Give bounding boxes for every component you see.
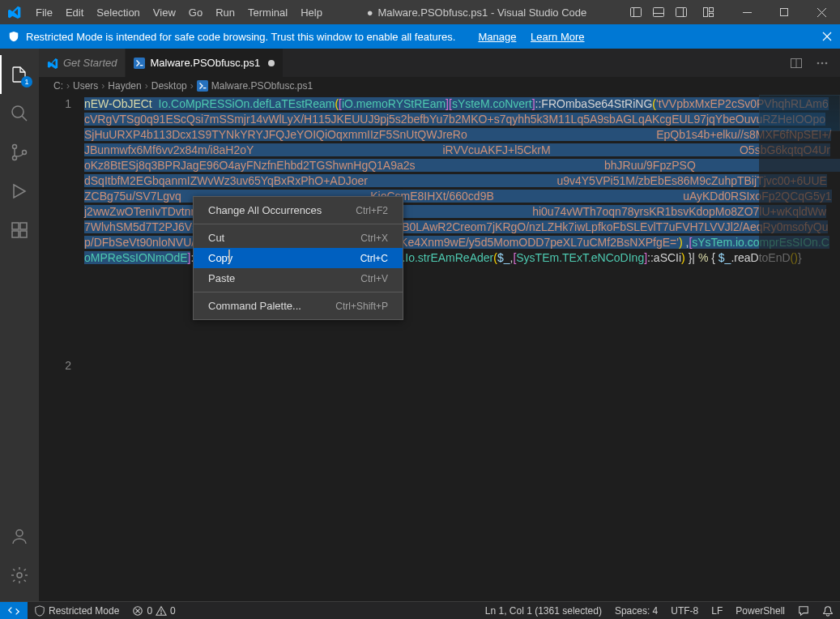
- explorer-badge: 1: [21, 76, 32, 88]
- status-label: Restricted Mode: [49, 605, 119, 617]
- menu-cut[interactable]: Cut Ctrl+X: [194, 228, 403, 248]
- menu-terminal[interactable]: Terminal: [241, 0, 294, 24]
- tab-malware-file[interactable]: Malware.PSObfusc.ps1: [126, 49, 284, 77]
- status-eol[interactable]: LF: [705, 602, 729, 619]
- toggle-panel-left-icon[interactable]: [625, 1, 647, 23]
- menu-item-label: Change All Occurrences: [208, 204, 322, 216]
- menu-change-all-occurrences[interactable]: Change All Occurrences Ctrl+F2: [194, 200, 403, 220]
- status-feedback[interactable]: [791, 602, 816, 619]
- menu-item-shortcut: Ctrl+Shift+P: [335, 301, 388, 312]
- activity-extensions[interactable]: [0, 211, 39, 250]
- modified-indicator-icon: [268, 60, 275, 66]
- warning-count: 0: [170, 605, 176, 617]
- svg-point-30: [821, 62, 824, 64]
- breadcrumb-part[interactable]: Malware.PSObfusc.ps1: [211, 80, 313, 92]
- menu-bar: File Edit Selection View Go Run Terminal…: [29, 0, 329, 24]
- menu-help[interactable]: Help: [294, 0, 329, 24]
- error-count: 0: [147, 605, 152, 617]
- breadcrumb[interactable]: C:› Users› Hayden› Desktop› Malware.PSOb…: [39, 77, 840, 95]
- tab-bar: Get Started Malware.PSObfusc.ps1: [39, 49, 840, 77]
- banner-close-icon[interactable]: [822, 32, 832, 41]
- svg-rect-23: [20, 231, 27, 237]
- menu-item-shortcut: Ctrl+C: [360, 253, 388, 264]
- activity-settings[interactable]: [0, 556, 39, 595]
- svg-point-31: [825, 62, 828, 64]
- svg-point-24: [16, 530, 23, 536]
- menu-item-label: Command Palette...: [208, 300, 301, 312]
- toggle-panel-bottom-icon[interactable]: [647, 1, 670, 23]
- status-cursor-position[interactable]: Ln 1, Col 1 (1361 selected): [479, 602, 608, 619]
- line-number: 1: [39, 96, 71, 112]
- breadcrumb-part[interactable]: Users: [73, 80, 98, 92]
- menu-copy[interactable]: Copy Ctrl+C: [194, 248, 403, 268]
- remote-indicator[interactable]: [0, 602, 28, 619]
- status-bar: Restricted Mode 0 0 Ln 1, Col 1 (1361 se…: [0, 601, 840, 619]
- svg-rect-2: [654, 8, 664, 17]
- svg-point-25: [17, 573, 22, 578]
- code-editor[interactable]: 1 2 nEW-ObJECt Io.CoMpRESSiOn.defLaTEstR…: [39, 95, 840, 601]
- context-menu: Change All Occurrences Ctrl+F2 Cut Ctrl+…: [193, 196, 403, 320]
- customize-layout-icon[interactable]: [697, 1, 720, 23]
- activity-run-debug[interactable]: [0, 172, 39, 211]
- menu-view[interactable]: View: [147, 0, 182, 24]
- breadcrumb-part[interactable]: C:: [53, 80, 63, 92]
- svg-rect-4: [676, 8, 687, 17]
- menu-selection[interactable]: Selection: [90, 0, 146, 24]
- svg-rect-7: [710, 8, 714, 12]
- maximize-button[interactable]: [765, 0, 803, 24]
- breadcrumb-part[interactable]: Desktop: [151, 80, 187, 92]
- status-indentation[interactable]: Spaces: 4: [608, 602, 664, 619]
- menu-edit[interactable]: Edit: [59, 0, 90, 24]
- warning-icon: [156, 605, 167, 617]
- powershell-icon: [134, 58, 145, 69]
- activity-source-control[interactable]: [0, 133, 39, 172]
- minimize-button[interactable]: [728, 0, 765, 24]
- status-restricted-mode[interactable]: Restricted Mode: [28, 602, 126, 619]
- svg-point-29: [817, 62, 820, 64]
- svg-rect-9: [743, 12, 752, 13]
- svg-line-16: [22, 116, 27, 121]
- svg-point-18: [13, 156, 17, 160]
- menu-paste[interactable]: Paste Ctrl+V: [194, 268, 403, 288]
- vscode-icon: [47, 58, 58, 69]
- menu-separator: [194, 292, 403, 292]
- menu-go[interactable]: Go: [182, 0, 209, 24]
- minimap-viewport[interactable]: [759, 95, 840, 131]
- tab-get-started[interactable]: Get Started: [39, 49, 126, 77]
- split-editor-icon[interactable]: [787, 53, 806, 73]
- menu-item-shortcut: Ctrl+F2: [356, 205, 388, 216]
- svg-rect-6: [704, 8, 708, 17]
- restricted-mode-text: Restricted Mode is intended for safe cod…: [26, 31, 455, 43]
- svg-point-37: [161, 613, 162, 614]
- svg-point-15: [12, 106, 23, 117]
- toggle-panel-right-icon[interactable]: [670, 1, 693, 23]
- close-button[interactable]: [803, 0, 840, 24]
- status-language-mode[interactable]: PowerShell: [729, 602, 791, 619]
- title-bar: File Edit Selection View Go Run Terminal…: [0, 0, 840, 24]
- menu-run[interactable]: Run: [209, 0, 241, 24]
- code-content[interactable]: nEW-ObJECt Io.CoMpRESSiOn.defLaTEstReam(…: [84, 95, 840, 601]
- activity-bar: 1: [0, 49, 39, 601]
- tab-label: Malware.PSObfusc.ps1: [150, 57, 260, 69]
- activity-accounts[interactable]: [0, 517, 39, 556]
- learn-more-link[interactable]: Learn More: [531, 31, 584, 43]
- window-title: ● Malware.PSObfusc.ps1 - Visual Studio C…: [329, 6, 625, 19]
- feedback-icon: [798, 605, 809, 617]
- activity-explorer[interactable]: 1: [0, 55, 39, 94]
- menu-command-palette[interactable]: Command Palette... Ctrl+Shift+P: [194, 296, 403, 316]
- activity-search[interactable]: [0, 94, 39, 133]
- powershell-icon: [197, 80, 208, 92]
- bell-icon: [822, 605, 834, 617]
- window-title-text: Malware.PSObfusc.ps1 - Visual Studio Cod…: [378, 6, 587, 19]
- status-problems[interactable]: 0 0: [126, 602, 181, 619]
- status-notifications[interactable]: [816, 602, 840, 619]
- status-encoding[interactable]: UTF-8: [664, 602, 705, 619]
- minimap[interactable]: [759, 95, 840, 601]
- breadcrumb-part[interactable]: Hayden: [108, 80, 141, 92]
- vscode-icon: [0, 6, 29, 19]
- more-actions-icon[interactable]: [812, 53, 832, 73]
- editor-area: Get Started Malware.PSObfusc.ps1 C:› Use…: [39, 49, 840, 601]
- menu-file[interactable]: File: [29, 0, 59, 24]
- error-icon: [132, 605, 143, 617]
- manage-link[interactable]: Manage: [478, 31, 516, 43]
